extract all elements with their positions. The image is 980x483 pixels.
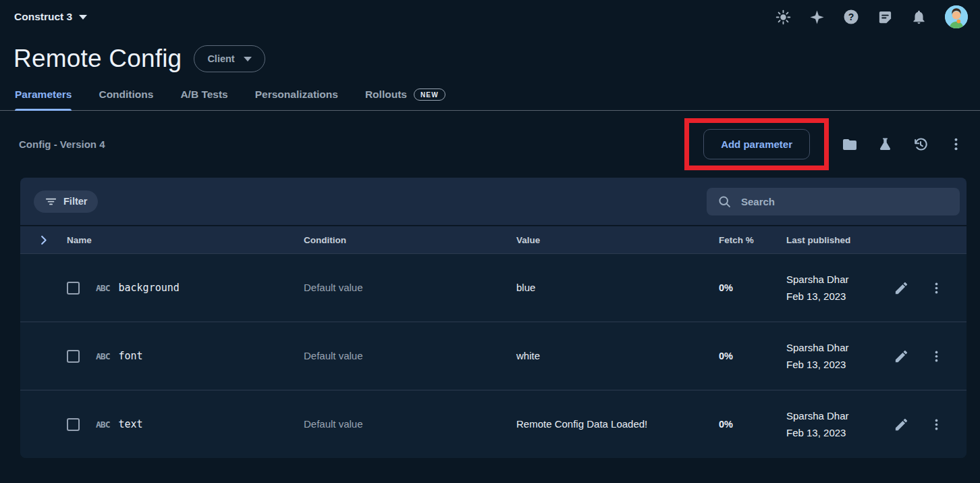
project-title: Construct 3	[14, 11, 72, 23]
publisher-name: Sparsha Dhar	[786, 407, 877, 424]
sun-icon[interactable]	[775, 9, 791, 25]
page-header: Remote Config Client	[0, 34, 980, 84]
column-header-name: Name	[67, 235, 92, 245]
column-header-last-published: Last published	[786, 235, 850, 245]
expand-all-chevron-icon[interactable]	[37, 234, 50, 247]
published-date: Feb 13, 2023	[786, 356, 877, 373]
add-parameter-button[interactable]: Add parameter	[703, 129, 810, 159]
table-row: ABC text Default value Remote Config Dat…	[20, 390, 967, 458]
tab-rollouts[interactable]: Rollouts NEW	[365, 88, 445, 110]
annotation-highlight-box: Add parameter	[684, 118, 829, 170]
parameters-panel: Filter Name Condition Value Fetch % Last…	[20, 178, 967, 458]
param-type-badge: ABC	[96, 420, 109, 430]
table-row: ABC background Default value blue 0% Spa…	[20, 253, 967, 322]
column-header-condition: Condition	[304, 235, 346, 245]
avatar[interactable]	[945, 5, 968, 28]
tab-label: Parameters	[15, 88, 72, 101]
param-type-badge: ABC	[96, 351, 109, 361]
param-name: font	[118, 350, 142, 362]
toolbar-icon-group	[842, 136, 964, 153]
search-icon	[717, 195, 732, 209]
more-vert-icon[interactable]	[948, 136, 964, 152]
panel-toolbar: Filter	[20, 178, 967, 225]
new-badge: NEW	[414, 88, 445, 101]
folder-icon[interactable]	[842, 136, 858, 153]
edit-pencil-icon[interactable]	[894, 280, 909, 296]
search-input[interactable]	[741, 196, 949, 207]
tab-label: Conditions	[99, 88, 153, 101]
tab-bar: Parameters Conditions A/B Tests Personal…	[0, 84, 980, 111]
param-condition: Default value	[304, 282, 363, 293]
config-toolbar: Config - Version 4 Add parameter	[0, 111, 980, 178]
tab-label: A/B Tests	[180, 88, 227, 101]
row-checkbox[interactable]	[67, 282, 80, 295]
param-value: blue	[516, 282, 535, 293]
table-row: ABC font Default value white 0% Sparsha …	[20, 322, 967, 390]
edit-pencil-icon[interactable]	[894, 417, 909, 432]
tab-personalizations[interactable]: Personalizations	[255, 88, 338, 110]
table-header: Name Condition Value Fetch % Last publis…	[20, 225, 967, 253]
row-more-vert-icon[interactable]	[929, 349, 944, 363]
tab-label: Personalizations	[255, 88, 338, 101]
tab-parameters[interactable]: Parameters	[15, 88, 72, 110]
topbar-icon-group: ?	[775, 5, 968, 28]
published-date: Feb 13, 2023	[786, 424, 877, 441]
param-name: background	[118, 282, 179, 294]
fetch-percent: 0%	[719, 351, 733, 361]
param-value: Remote Config Data Loaded!	[516, 418, 647, 430]
row-checkbox[interactable]	[67, 418, 80, 431]
chevron-down-icon	[244, 57, 252, 61]
tab-label: Rollouts	[365, 88, 407, 101]
config-version-label: Config - Version 4	[19, 138, 105, 150]
publisher-name: Sparsha Dhar	[786, 271, 877, 288]
row-more-vert-icon[interactable]	[929, 417, 944, 432]
tab-ab-tests[interactable]: A/B Tests	[180, 88, 227, 110]
filter-icon	[45, 195, 57, 208]
chevron-down-icon	[79, 15, 87, 20]
published-date: Feb 13, 2023	[786, 288, 877, 305]
scope-selector[interactable]: Client	[194, 45, 265, 72]
feedback-icon[interactable]	[877, 9, 893, 25]
page-title: Remote Config	[13, 45, 182, 73]
svg-text:?: ?	[848, 11, 854, 22]
fetch-percent: 0%	[719, 419, 733, 430]
bell-icon[interactable]	[911, 9, 927, 25]
filter-label: Filter	[63, 196, 87, 207]
param-value: white	[516, 350, 540, 361]
filter-button[interactable]: Filter	[34, 190, 98, 213]
tab-conditions[interactable]: Conditions	[99, 88, 153, 110]
search-box	[707, 188, 960, 215]
project-switcher[interactable]: Construct 3	[14, 11, 87, 23]
history-icon[interactable]	[913, 136, 929, 153]
top-bar: Construct 3 ?	[0, 0, 980, 34]
scope-selector-label: Client	[207, 53, 234, 64]
param-type-badge: ABC	[96, 283, 109, 293]
fetch-percent: 0%	[719, 282, 733, 293]
param-condition: Default value	[304, 350, 363, 361]
help-icon[interactable]: ?	[843, 9, 859, 25]
publisher-name: Sparsha Dhar	[786, 339, 877, 356]
column-header-fetch: Fetch %	[719, 235, 754, 245]
edit-pencil-icon[interactable]	[894, 349, 909, 364]
column-header-value: Value	[516, 235, 540, 245]
row-checkbox[interactable]	[67, 350, 80, 363]
flask-icon[interactable]	[877, 136, 893, 152]
param-condition: Default value	[304, 418, 363, 430]
sparkle-icon[interactable]	[809, 9, 825, 25]
toolbar-actions: Add parameter	[684, 118, 964, 170]
param-name: text	[118, 418, 142, 430]
row-more-vert-icon[interactable]	[929, 281, 944, 295]
